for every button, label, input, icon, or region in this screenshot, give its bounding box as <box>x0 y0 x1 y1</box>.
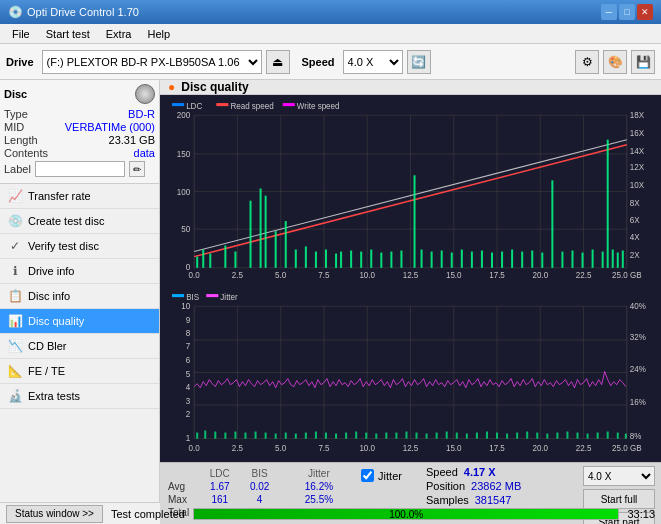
svg-rect-55 <box>250 201 252 268</box>
svg-rect-179 <box>556 433 558 439</box>
svg-text:22.5: 22.5 <box>576 444 592 453</box>
svg-rect-163 <box>395 433 397 439</box>
svg-rect-86 <box>551 180 553 267</box>
svg-text:12.5: 12.5 <box>403 444 419 453</box>
extra-tests-icon: 🔬 <box>8 389 22 403</box>
svg-rect-143 <box>196 433 198 439</box>
svg-text:22.5: 22.5 <box>576 271 592 280</box>
save-button[interactable]: 💾 <box>631 50 655 74</box>
svg-rect-155 <box>315 432 317 439</box>
svg-rect-88 <box>571 251 573 268</box>
svg-rect-183 <box>597 433 599 439</box>
svg-rect-50 <box>196 257 198 268</box>
speed-dropdown[interactable]: 4.0 X <box>583 466 655 486</box>
svg-text:15.0: 15.0 <box>446 271 462 280</box>
svg-text:18X: 18X <box>630 111 645 120</box>
sidebar-item-verify-test-disc[interactable]: ✓ Verify test disc <box>0 234 159 259</box>
speed-label: Speed <box>302 56 335 68</box>
start-full-button[interactable]: Start full <box>583 489 655 509</box>
svg-text:40%: 40% <box>630 302 646 311</box>
disc-info-label: Disc info <box>28 290 70 302</box>
settings-button[interactable]: ⚙ <box>575 50 599 74</box>
sidebar: Disc Type BD-R MID VERBATIMe (000) Lengt… <box>0 80 160 502</box>
drive-info-label: Drive info <box>28 265 74 277</box>
sidebar-item-transfer-rate[interactable]: 📈 Transfer rate <box>0 184 159 209</box>
skin-button[interactable]: 🎨 <box>603 50 627 74</box>
sidebar-item-fe-te[interactable]: 📐 FE / TE <box>0 359 159 384</box>
svg-rect-172 <box>486 432 488 439</box>
refresh-button[interactable]: 🔄 <box>407 50 431 74</box>
svg-text:12.5: 12.5 <box>403 271 419 280</box>
sidebar-item-cd-bler[interactable]: 📉 CD Bler <box>0 334 159 359</box>
svg-rect-93 <box>612 250 614 268</box>
speed-row: Speed 4.17 X <box>426 466 521 478</box>
title-bar-controls: ─ □ ✕ <box>601 4 653 20</box>
svg-rect-57 <box>265 196 267 268</box>
svg-rect-178 <box>546 434 548 439</box>
svg-text:Jitter: Jitter <box>220 293 238 302</box>
svg-rect-92 <box>607 140 609 268</box>
svg-rect-150 <box>265 433 267 439</box>
sidebar-item-drive-info[interactable]: ℹ Drive info <box>0 259 159 284</box>
top-chart: LDC Read speed Write speed <box>164 99 657 287</box>
eject-button[interactable]: ⏏ <box>266 50 290 74</box>
sidebar-item-create-test-disc[interactable]: 💿 Create test disc <box>0 209 159 234</box>
fe-te-label: FE / TE <box>28 365 65 377</box>
disc-contents-value: data <box>134 147 155 159</box>
minimize-button[interactable]: ─ <box>601 4 617 20</box>
svg-rect-180 <box>566 432 568 439</box>
position-label: Position <box>426 480 465 492</box>
toolbar: Drive (F:) PLEXTOR BD-R PX-LB950SA 1.06 … <box>0 44 661 80</box>
cd-bler-icon: 📉 <box>8 339 22 353</box>
menu-extra[interactable]: Extra <box>98 26 140 42</box>
svg-text:8X: 8X <box>630 199 640 208</box>
svg-rect-56 <box>260 188 262 267</box>
svg-text:4X: 4X <box>630 233 640 242</box>
sidebar-item-disc-quality[interactable]: 📊 Disc quality <box>0 309 159 334</box>
disc-label-edit-button[interactable]: ✏ <box>129 161 145 177</box>
maximize-button[interactable]: □ <box>619 4 635 20</box>
disc-contents-label: Contents <box>4 147 48 159</box>
svg-rect-69 <box>380 253 382 268</box>
menu-start-test[interactable]: Start test <box>38 26 98 42</box>
svg-text:25.0 GB: 25.0 GB <box>612 444 641 453</box>
position-value: 23862 MB <box>471 480 521 492</box>
app-icon: 💿 <box>8 5 23 19</box>
disc-quality-icon: 📊 <box>8 314 22 328</box>
disc-info-icon: 📋 <box>8 289 22 303</box>
svg-rect-144 <box>204 431 206 439</box>
svg-rect-166 <box>426 434 428 439</box>
svg-text:Read speed: Read speed <box>230 102 273 111</box>
svg-rect-87 <box>561 252 563 268</box>
stat-max-spacer <box>283 494 303 505</box>
speed-label-stat: Speed <box>426 466 458 478</box>
drive-select[interactable]: (F:) PLEXTOR BD-R PX-LB950SA 1.06 <box>42 50 262 74</box>
drive-label: Drive <box>6 56 34 68</box>
svg-rect-81 <box>501 252 503 268</box>
jitter-checkbox[interactable] <box>361 469 374 482</box>
content-area: ● Disc quality LDC Read speed <box>160 80 661 502</box>
svg-rect-169 <box>456 433 458 439</box>
svg-rect-64 <box>335 254 337 268</box>
svg-rect-84 <box>531 251 533 268</box>
menu-help[interactable]: Help <box>139 26 178 42</box>
svg-rect-74 <box>431 252 433 268</box>
svg-text:150: 150 <box>177 150 191 159</box>
close-button[interactable]: ✕ <box>637 4 653 20</box>
verify-test-disc-label: Verify test disc <box>28 240 99 252</box>
svg-text:16X: 16X <box>630 129 645 138</box>
svg-rect-176 <box>526 432 528 439</box>
svg-text:200: 200 <box>177 111 191 120</box>
disc-label-input[interactable] <box>35 161 125 177</box>
svg-text:16%: 16% <box>630 398 646 407</box>
svg-rect-67 <box>360 252 362 268</box>
sidebar-item-extra-tests[interactable]: 🔬 Extra tests <box>0 384 159 409</box>
svg-text:9: 9 <box>186 316 191 325</box>
two-charts: LDC Read speed Write speed <box>164 99 657 458</box>
menu-file[interactable]: File <box>4 26 38 42</box>
svg-rect-54 <box>234 252 236 268</box>
status-window-button[interactable]: Status window >> <box>6 505 103 523</box>
speed-select[interactable]: 4.0 X <box>343 50 403 74</box>
sidebar-item-disc-info[interactable]: 📋 Disc info <box>0 284 159 309</box>
stat-col-jitter: Jitter <box>305 468 343 479</box>
